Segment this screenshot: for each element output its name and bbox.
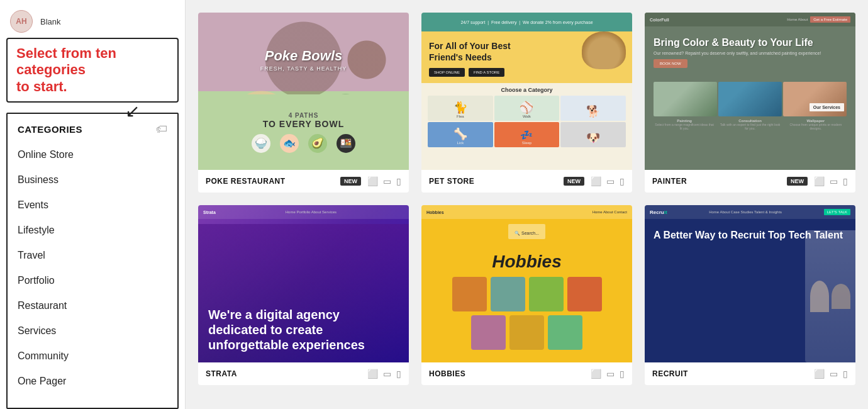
device-icons-strata: ⬜ ▭ ▯ (367, 369, 401, 379)
template-card-hobbies[interactable]: Hobbies Home About Contact 🔍 Search... H… (421, 205, 632, 385)
mobile-icon-poke: ▯ (396, 176, 401, 186)
hobbies-content: 🔍 Search... Hobbies (421, 219, 632, 350)
petstore-cell-1: 🐈Flea (428, 96, 493, 121)
painter-img-1 (654, 82, 717, 116)
food-item-1: 🍚 (252, 134, 270, 153)
sidebar: AH Blank Select from ten categories to s… (0, 0, 186, 409)
petstore-grid: 🐈Flea ⚾Walk 🐕 🦴Lick 💤Sleep (421, 96, 632, 147)
tooltip-text: Select from ten categories to start. (16, 45, 169, 95)
template-footer-poke: POKE RESTAURANT NEW ⬜ ▭ ▯ (198, 170, 409, 193)
poke-text-overlay: Poke Bowls FRESH, TASTY & HEALTHY (260, 48, 347, 72)
painter-service-2: Consultation Talk with an expert to find… (719, 119, 781, 130)
painter-hero-title: Bring Color & Beauty to Your Life (654, 36, 847, 48)
sidebar-item-one-pager[interactable]: One Pager (8, 369, 177, 394)
laptop-icon-painter: ⬜ (814, 176, 825, 186)
food-item-3: 🥑 (308, 134, 327, 153)
template-card-painter[interactable]: ColorFull Home About Get a Free Estimate… (645, 13, 855, 193)
petstore-hero-img (582, 31, 626, 69)
petstore-btn-store: FIND A STORE (469, 68, 504, 77)
template-card-poke[interactable]: Poke Bowls FRESH, TASTY & HEALTHY 4 Path… (198, 13, 409, 193)
sidebar-item-portfolio[interactable]: Portfolio (8, 268, 177, 293)
painter-service-3: Wallpaper Choose from unique prints or m… (785, 119, 847, 130)
sidebar-item-community[interactable]: Community (8, 344, 177, 369)
sidebar-item-business[interactable]: Business (8, 167, 177, 193)
poke-section-line1: 4 Paths (289, 112, 319, 119)
strata-logo: Strata (203, 210, 216, 215)
laptop-icon-strata: ⬜ (367, 369, 378, 379)
categories-section: CATEGORIES 🏷 Online Store Business Event… (6, 113, 179, 409)
badge-new-painter: NEW (787, 177, 808, 186)
recruit-people-silhouettes (805, 230, 855, 362)
hobby-item-4 (567, 277, 602, 311)
device-icons-recruit: ⬜ ▭ ▯ (814, 369, 848, 379)
hobby-item-5 (471, 315, 506, 350)
sidebar-item-lifestyle[interactable]: Lifestyle (8, 218, 177, 243)
poke-food-items: 🍚 🐟 🥑 🍱 (252, 134, 355, 153)
badge-new-poke: NEW (340, 177, 361, 186)
hobbies-items-row2 (471, 315, 582, 350)
tablet-icon-petstore: ▭ (606, 176, 615, 186)
template-preview-petstore: 24/7 support | Free delivery | We donate… (421, 13, 632, 170)
painter-img-row: Our Services (645, 82, 855, 116)
painter-cta: BOOK NOW (654, 59, 687, 68)
recruit-header: Recruit Home About Case Studies Talent &… (645, 205, 855, 219)
template-footer-strata: STRATA ⬜ ▭ ▯ (198, 362, 409, 385)
tablet-icon-hobbies: ▭ (606, 369, 615, 379)
template-name-recruit: RECRUIT (652, 369, 808, 378)
painter-img-3: Our Services (783, 82, 847, 116)
hobby-item-7 (548, 315, 582, 350)
sidebar-item-events[interactable]: Events (8, 193, 177, 218)
recruit-header-logo: Recruit (650, 210, 667, 215)
person-silhouette-2 (832, 284, 850, 309)
badge-new-petstore: NEW (564, 177, 584, 186)
painter-hero-sub: Our renowned? Repaint you deserve only s… (654, 51, 847, 55)
sidebar-item-online-store[interactable]: Online Store (8, 142, 177, 167)
poke-bottom: 4 Paths TO EVERY BOWL 🍚 🐟 🥑 🍱 (198, 94, 409, 170)
device-icons-poke: ⬜ ▭ ▯ (367, 176, 401, 186)
categories-header: CATEGORIES 🏷 (8, 114, 177, 142)
blank-label: Blank (40, 17, 61, 26)
petstore-cell-6: 🐶 (560, 122, 626, 147)
template-footer-hobbies: HOBBIES ⬜ ▭ ▯ (421, 362, 632, 385)
painter-logo: ColorFull (650, 18, 669, 22)
template-card-recruit[interactable]: Recruit Home About Case Studies Talent &… (645, 205, 855, 385)
template-name-strata: STRATA (206, 369, 361, 378)
tablet-icon-painter: ▭ (830, 176, 838, 186)
sidebar-header: AH Blank (0, 0, 185, 38)
template-name-poke: POKE RESTAURANT (206, 177, 334, 186)
hobbies-search: 🔍 Search... (508, 224, 545, 239)
mobile-icon-strata: ▯ (396, 369, 401, 379)
food-item-2: 🐟 (280, 134, 299, 153)
sidebar-item-restaurant[interactable]: Restaurant (8, 293, 177, 318)
tooltip-arrow: ↙ (125, 103, 140, 120)
template-footer-recruit: RECRUIT ⬜ ▭ ▯ (645, 362, 855, 385)
sidebar-item-services[interactable]: Services (8, 318, 177, 344)
template-footer-petstore: PET STORE NEW ⬜ ▭ ▯ (421, 170, 632, 193)
petstore-btns: SHOP ONLINE FIND A STORE (429, 68, 625, 77)
laptop-icon-hobbies: ⬜ (591, 369, 601, 379)
petstore-category-title: Choose a Category (421, 87, 632, 93)
main-content: Poke Bowls FRESH, TASTY & HEALTHY 4 Path… (186, 0, 868, 409)
hobbies-header: Hobbies Home About Contact (421, 205, 632, 219)
recruit-img-area (805, 230, 855, 362)
painter-header-btn: Get a Free Estimate (810, 16, 850, 23)
hobby-item-3 (529, 277, 564, 311)
tooltip-box: Select from ten categories to start. ↙ (6, 38, 179, 103)
template-card-petstore[interactable]: 24/7 support | Free delivery | We donate… (421, 13, 632, 193)
sidebar-item-travel[interactable]: Travel (8, 243, 177, 268)
avatar[interactable]: AH (10, 10, 33, 33)
template-card-strata[interactable]: Strata Home Portfolio About Services We'… (198, 205, 409, 385)
mobile-icon-petstore: ▯ (620, 176, 625, 186)
poke-section-line2: TO EVERY BOWL (263, 119, 344, 129)
tag-icon: 🏷 (156, 123, 167, 136)
petstore-cell-2: ⚾Walk (494, 96, 560, 121)
hobbies-header-logo: Hobbies (426, 210, 444, 215)
laptop-icon-recruit: ⬜ (814, 369, 825, 379)
tablet-icon-poke: ▭ (383, 176, 391, 186)
hobby-item-6 (509, 315, 544, 350)
petstore-hero-title: For All of Your Best Friend's Needs (429, 40, 547, 63)
petstore-header: 24/7 support | Free delivery | We donate… (421, 13, 632, 31)
strata-header: Strata Home Portfolio About Services (198, 205, 409, 219)
tablet-icon-strata: ▭ (383, 369, 391, 379)
painter-hero: Bring Color & Beauty to Your Life Our re… (645, 26, 855, 78)
